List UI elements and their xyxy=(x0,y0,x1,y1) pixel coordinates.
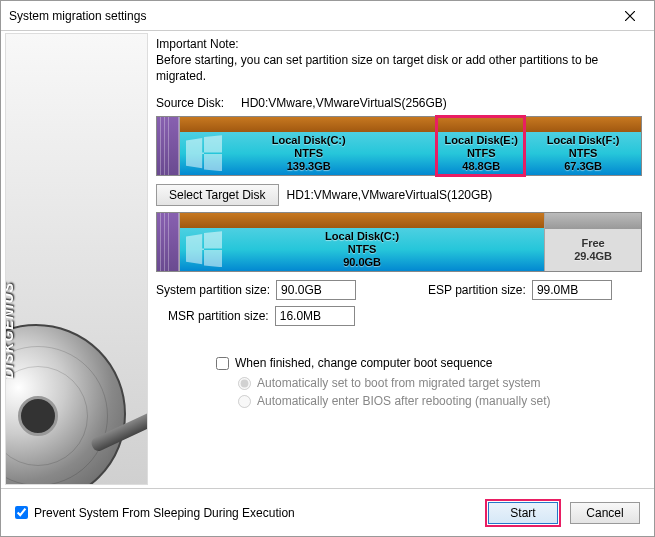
boot-checkbox-label: When finished, change computer boot sequ… xyxy=(235,356,493,370)
sleep-checkbox-label: Prevent System From Sleeping During Exec… xyxy=(34,506,295,520)
sys-part-input[interactable] xyxy=(276,280,356,300)
cancel-button[interactable]: Cancel xyxy=(570,502,640,524)
reserved-stripe xyxy=(169,213,179,271)
sleep-checkbox-row[interactable]: Prevent System From Sleeping During Exec… xyxy=(15,506,488,520)
partition[interactable]: Local Disk(C:)NTFS139.3GB xyxy=(179,117,437,175)
source-label: Source Disk: xyxy=(156,96,241,110)
footer: Prevent System From Sleeping During Exec… xyxy=(1,488,654,536)
esp-label: ESP partition size: xyxy=(428,283,526,297)
size-row-1: System partition size: ESP partition siz… xyxy=(156,280,642,300)
note-heading: Important Note: xyxy=(156,37,642,51)
msr-label: MSR partition size: xyxy=(168,309,269,323)
target-disk-bar[interactable]: Local Disk(C:)NTFS90.0GBFree29.4GB xyxy=(156,212,642,272)
partition[interactable]: Local Disk(E:)NTFS48.8GB xyxy=(437,117,524,175)
partition[interactable]: Free29.4GB xyxy=(544,213,641,271)
radio-bios-label: Automatically enter BIOS after rebooting… xyxy=(257,394,550,408)
note-text: Before starting, you can set partition s… xyxy=(156,53,642,84)
titlebar: System migration settings xyxy=(1,1,654,31)
target-value: HD1:VMware,VMwareVirtualS(120GB) xyxy=(287,188,493,202)
partition[interactable]: Local Disk(C:)NTFS90.0GB xyxy=(179,213,544,271)
sidebar-image: DISKGENIUS xyxy=(5,33,148,485)
content-area: DISKGENIUS Important Note: Before starti… xyxy=(1,31,654,486)
reserved-stripe xyxy=(169,117,179,175)
partition[interactable]: Local Disk(F:)NTFS67.3GB xyxy=(524,117,641,175)
esp-input[interactable] xyxy=(532,280,612,300)
radio-bios-row: Automatically enter BIOS after rebooting… xyxy=(238,394,642,408)
target-row: Select Target Disk HD1:VMware,VMwareVirt… xyxy=(156,184,642,206)
footer-buttons: Start Cancel xyxy=(488,502,640,524)
options-block: When finished, change computer boot sequ… xyxy=(216,356,642,408)
main-panel: Important Note: Before starting, you can… xyxy=(148,31,654,486)
select-target-button[interactable]: Select Target Disk xyxy=(156,184,279,206)
window-title: System migration settings xyxy=(9,9,610,23)
close-button[interactable] xyxy=(610,2,650,30)
radio-auto-label: Automatically set to boot from migrated … xyxy=(257,376,540,390)
hdd-platter xyxy=(5,324,126,485)
source-row: Source Disk: HD0:VMware,VMwareVirtualS(2… xyxy=(156,96,642,110)
radio-bios xyxy=(238,395,251,408)
boot-checkbox-row[interactable]: When finished, change computer boot sequ… xyxy=(216,356,642,370)
sys-part-label: System partition size: xyxy=(156,283,270,297)
msr-input[interactable] xyxy=(275,306,355,326)
source-value: HD0:VMware,VMwareVirtualS(256GB) xyxy=(241,96,447,110)
start-button[interactable]: Start xyxy=(488,502,558,524)
brand-text: DISKGENIUS xyxy=(5,282,16,379)
boot-checkbox[interactable] xyxy=(216,357,229,370)
radio-auto xyxy=(238,377,251,390)
size-row-2: MSR partition size: xyxy=(156,306,642,326)
sleep-checkbox[interactable] xyxy=(15,506,28,519)
source-disk-bar[interactable]: Local Disk(C:)NTFS139.3GBLocal Disk(E:)N… xyxy=(156,116,642,176)
radio-auto-row: Automatically set to boot from migrated … xyxy=(238,376,642,390)
close-icon xyxy=(625,11,635,21)
